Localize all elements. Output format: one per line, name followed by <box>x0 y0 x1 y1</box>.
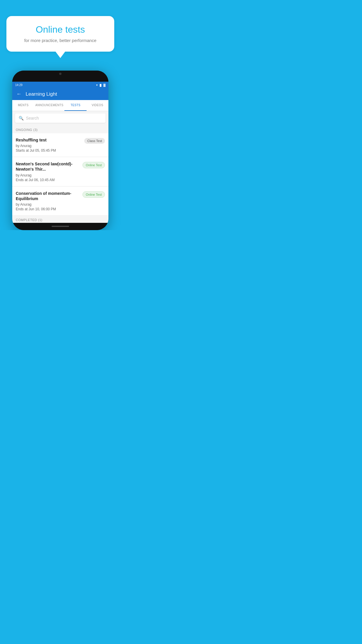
test-item-3[interactable]: Conservation of momentum-Equilibrium by … <box>12 187 108 216</box>
status-time: 14:29 <box>15 83 22 87</box>
tab-tests[interactable]: TESTS <box>64 100 86 111</box>
test-info-2: Newton's Second law(contd)-Newton's Thir… <box>16 161 82 182</box>
tab-ments[interactable]: MENTS <box>12 100 34 111</box>
phone-notch <box>49 71 72 77</box>
phone-bottom <box>12 223 108 230</box>
test-time-2: Ends at Jul 06, 10:45 AM <box>16 178 80 182</box>
test-info-3: Conservation of momentum-Equilibrium by … <box>16 191 82 211</box>
signal-icon <box>99 83 102 87</box>
search-placeholder: Search <box>26 116 39 120</box>
back-button[interactable]: ← <box>16 91 22 97</box>
app-header: ← Learning Light <box>12 88 108 100</box>
camera-dot <box>59 73 61 75</box>
test-time-1: Starts at Jul 05, 05:45 PM <box>16 148 81 153</box>
home-indicator <box>52 226 69 227</box>
test-item-2[interactable]: Newton's Second law(contd)-Newton's Thir… <box>12 157 108 186</box>
phone-screen: 🔍 Search ONGOING (3) Reshuffling test by… <box>12 111 108 223</box>
completed-section-header: COMPLETED (1) <box>12 216 108 223</box>
badge-class-test-1: Class Test <box>84 138 105 144</box>
test-author-1: by Anurag <box>16 144 81 148</box>
app-title: Learning Light <box>26 91 57 97</box>
test-time-3: Ends at Jun 10, 06:00 PM <box>16 207 80 211</box>
test-title-1: Reshuffling test <box>16 137 81 143</box>
battery-icon <box>103 83 106 87</box>
test-author-3: by Anurag <box>16 202 80 206</box>
test-title-2: Newton's Second law(contd)-Newton's Thir… <box>16 161 80 172</box>
search-box[interactable]: 🔍 Search <box>15 113 106 123</box>
status-bar: 14:29 <box>12 82 108 88</box>
search-container: 🔍 Search <box>12 111 108 125</box>
tab-announcements[interactable]: ANNOUNCEMENTS <box>34 100 64 111</box>
badge-online-test-2: Online Test <box>82 162 105 168</box>
search-icon: 🔍 <box>19 116 24 120</box>
wifi-icon <box>96 83 98 87</box>
test-author-2: by Anurag <box>16 173 80 177</box>
test-info-1: Reshuffling test by Anurag Starts at Jul… <box>16 137 84 153</box>
test-title-3: Conservation of momentum-Equilibrium <box>16 191 80 201</box>
speech-bubble: Online tests for more practice, better p… <box>6 16 114 52</box>
status-icons <box>96 83 106 87</box>
phone-top <box>12 71 108 82</box>
badge-online-test-3: Online Test <box>82 191 105 198</box>
phone-frame: 14:29 ← Learning Light MENTS ANNOUNCEMEN… <box>12 71 108 230</box>
test-item-1[interactable]: Reshuffling test by Anurag Starts at Jul… <box>12 133 108 157</box>
speech-bubble-container: Online tests for more practice, better p… <box>6 16 114 52</box>
bubble-subtitle: for more practice, better performance <box>15 38 106 43</box>
tabs-container: MENTS ANNOUNCEMENTS TESTS VIDEOS <box>12 100 108 111</box>
ongoing-section-header: ONGOING (3) <box>12 125 108 133</box>
tab-videos[interactable]: VIDEOS <box>87 100 108 111</box>
bubble-title: Online tests <box>15 24 106 35</box>
